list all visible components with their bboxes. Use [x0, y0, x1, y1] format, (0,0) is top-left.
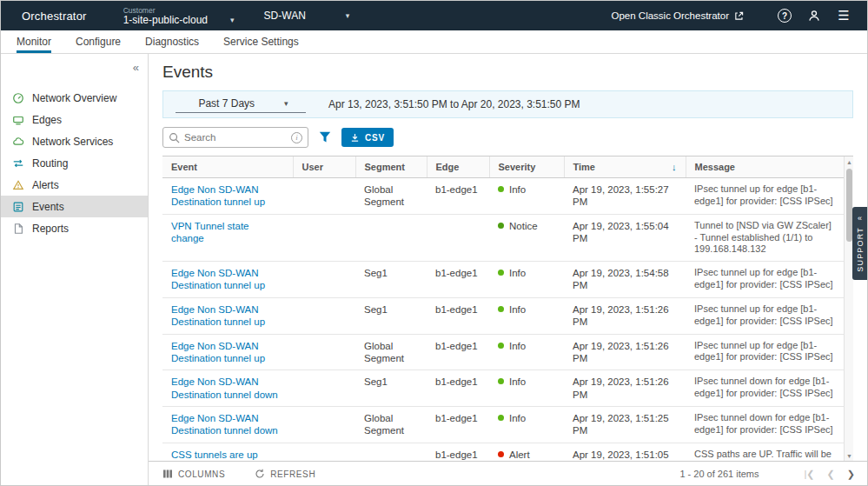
event-message: IPsec tunnel up for edge [b1-edge1] for … [686, 262, 844, 298]
col-user[interactable]: User [293, 156, 355, 178]
refresh-icon [255, 469, 265, 479]
events-content: Events Past 7 Days ▾ Apr 13, 2023, 3:51:… [149, 54, 867, 461]
filter-icon[interactable] [319, 131, 331, 143]
table-row[interactable]: Edge Non SD-WAN Destination tunnel down … [162, 370, 844, 407]
col-event[interactable]: Event [162, 156, 293, 178]
events-table-wrap: Event User Segment Edge Severity Time ↓ [162, 156, 853, 461]
event-segment [355, 443, 427, 461]
event-link[interactable]: Edge Non SD-WAN Destination tunnel up [171, 268, 265, 290]
event-user [293, 334, 355, 370]
event-time: Apr 19, 2023, 1:51:05 PM [564, 443, 686, 461]
table-row[interactable]: VPN Tunnel state change Notice Apr 19, 2… [162, 214, 844, 261]
col-segment[interactable]: Segment [355, 156, 427, 178]
table-scrollbar[interactable]: ▲ ▼ [844, 156, 853, 461]
table-row[interactable]: Edge Non SD-WAN Destination tunnel down … [162, 407, 844, 443]
scroll-down-icon[interactable]: ▼ [845, 450, 853, 461]
severity-label: Info [509, 340, 526, 352]
event-edge: b1-edge1 [427, 297, 489, 334]
col-edge[interactable]: Edge [427, 156, 489, 178]
orchestrator-app: Orchestrator Customer 1-site-public-clou… [0, 0, 868, 486]
sort-desc-icon[interactable]: ↓ [672, 162, 677, 172]
table-row[interactable]: Edge Non SD-WAN Destination tunnel up Se… [162, 297, 844, 334]
search-icon [169, 132, 180, 143]
severity-label: Alert [509, 449, 530, 461]
help-icon[interactable]: ? [773, 4, 796, 27]
event-segment: Seg1 [355, 262, 427, 298]
event-time: Apr 19, 2023, 1:55:27 PM [564, 178, 686, 215]
sidebar-item-network-services[interactable]: Network Services [1, 130, 148, 152]
col-severity[interactable]: Severity [489, 156, 564, 178]
event-user [293, 407, 355, 443]
info-icon[interactable]: i [291, 132, 302, 143]
col-time[interactable]: Time ↓ [564, 156, 686, 178]
tab-service-settings[interactable]: Service Settings [223, 30, 299, 53]
refresh-button[interactable]: REFRESH [255, 469, 315, 479]
event-link[interactable]: Edge Non SD-WAN Destination tunnel up [171, 184, 265, 207]
app-title: Orchestrator [22, 10, 87, 23]
first-page-icon[interactable]: |❮ [804, 469, 814, 480]
col-message[interactable]: Message [686, 156, 844, 178]
event-message: Tunnel to [NSD via GW ZScaler] - Tunnel … [686, 214, 844, 261]
sidebar-item-events[interactable]: Events [1, 196, 148, 217]
open-classic-link[interactable]: Open Classic Orchestrator [612, 10, 745, 21]
menu-icon[interactable]: ☰ [832, 4, 855, 27]
sidebar-item-alerts[interactable]: Alerts [1, 174, 148, 196]
event-segment: Global Segment [355, 334, 427, 370]
time-range-select[interactable]: Past 7 Days ▾ [176, 96, 306, 113]
items-range: 1 - 20 of 261 items [679, 469, 759, 479]
event-edge: b1-edge1 [427, 334, 489, 370]
customer-label: Customer [123, 6, 235, 15]
events-toolbar: i CSV [162, 127, 853, 148]
event-user [293, 262, 355, 298]
tab-configure[interactable]: Configure [76, 30, 121, 53]
download-icon [350, 133, 360, 143]
prev-page-icon[interactable]: ❮ [827, 469, 835, 480]
columns-button[interactable]: COLUMNS [162, 469, 225, 479]
event-link[interactable]: CSS tunnels are up [171, 449, 258, 460]
csv-download-button[interactable]: CSV [341, 128, 394, 147]
table-row[interactable]: Edge Non SD-WAN Destination tunnel up Se… [162, 262, 844, 298]
event-link[interactable]: Edge Non SD-WAN Destination tunnel down [171, 376, 278, 399]
scrollbar-thumb[interactable] [846, 169, 852, 242]
event-link[interactable]: Edge Non SD-WAN Destination tunnel down [171, 413, 278, 436]
sidebar-item-edges[interactable]: Edges [1, 109, 148, 130]
event-message: CSS paths are UP. Traffic will be routed… [686, 443, 844, 461]
event-link[interactable]: VPN Tunnel state change [171, 221, 249, 243]
sidebar-item-routing[interactable]: Routing [1, 152, 148, 174]
chevron-down-icon: ▾ [284, 99, 288, 108]
external-link-icon [734, 11, 744, 21]
event-time: Apr 19, 2023, 1:55:04 PM [564, 214, 686, 261]
main-tabbar: Monitor Configure Diagnostics Service Se… [1, 30, 867, 54]
tab-diagnostics[interactable]: Diagnostics [145, 30, 199, 53]
event-edge: b1-edge1 [427, 262, 489, 298]
table-row[interactable]: Edge Non SD-WAN Destination tunnel up Gl… [162, 334, 844, 370]
scroll-up-icon[interactable]: ▲ [845, 156, 853, 167]
time-range-value: Past 7 Days [198, 97, 255, 110]
customer-value: 1-site-public-cloud [123, 15, 208, 26]
product-value: SD-WAN [264, 10, 306, 22]
event-message: IPsec tunnel up for edge [b1-edge1] for … [686, 297, 844, 334]
sidebar-collapse-icon[interactable]: « [133, 61, 139, 74]
event-time: Apr 19, 2023, 1:51:25 PM [564, 407, 686, 443]
event-link[interactable]: Edge Non SD-WAN Destination tunnel up [171, 304, 265, 327]
search-input[interactable] [184, 132, 287, 143]
sidebar-item-reports[interactable]: Reports [1, 217, 148, 239]
severity-dot [498, 343, 504, 349]
event-link[interactable]: Edge Non SD-WAN Destination tunnel up [171, 341, 265, 363]
sidebar-item-network-overview[interactable]: Network Overview [1, 87, 148, 109]
customer-dropdown[interactable]: Customer 1-site-public-cloud ▾ [123, 6, 235, 26]
product-dropdown[interactable]: SD-WAN ▾ [264, 10, 350, 22]
severity-label: Info [509, 267, 526, 279]
chevron-down-icon: ▾ [230, 15, 235, 26]
user-icon[interactable] [803, 4, 825, 27]
next-page-icon[interactable]: ❯ [847, 469, 855, 480]
event-user [293, 443, 355, 461]
sidebar-item-label: Network Services [32, 136, 113, 148]
tab-monitor[interactable]: Monitor [17, 30, 51, 53]
event-message: IPsec tunnel up for edge [b1-edge1] for … [686, 334, 844, 370]
table-row[interactable]: CSS tunnels are up b1-edge1 Alert Apr 19… [162, 443, 844, 461]
severity-dot [498, 186, 504, 192]
support-tab[interactable]: « SUPPORT [852, 207, 867, 280]
table-row[interactable]: Edge Non SD-WAN Destination tunnel up Gl… [162, 178, 844, 215]
event-time: Apr 19, 2023, 1:51:26 PM [564, 334, 686, 370]
